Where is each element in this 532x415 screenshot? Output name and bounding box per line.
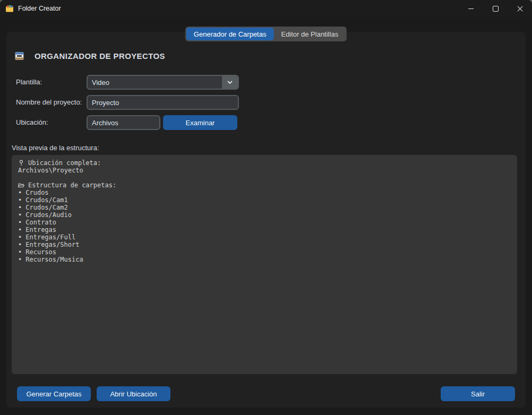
tab-editor-de-plantillas[interactable]: Editor de Plantillas (273, 28, 346, 40)
bullet: • (18, 196, 22, 204)
location-input[interactable] (88, 119, 159, 127)
folder-line: •Contrato (18, 219, 511, 226)
folder-line: •Crudos/Cam1 (18, 196, 511, 204)
bullet: • (18, 241, 22, 248)
project-name-label: Nombre del proyecto: (16, 98, 82, 107)
folder-line: •Crudos (18, 189, 511, 196)
project-name-input[interactable] (88, 99, 238, 107)
window-title: Folder Creator (18, 5, 61, 12)
minimize-button[interactable] (459, 0, 483, 17)
folder-line: •Entregas/Short (18, 241, 511, 248)
folder-line: •Recursos/Musica (18, 256, 511, 263)
folder-name: Recursos (25, 248, 56, 256)
template-label: Plantilla: (16, 78, 42, 87)
project-name-field-wrap (87, 95, 239, 110)
window-controls (459, 0, 532, 17)
tab-generador-de-carpetas[interactable]: Generador de Carpetas (186, 28, 274, 40)
bullet: • (18, 234, 22, 241)
folder-name: Crudos/Cam1 (25, 196, 67, 204)
structure-preview-textbox[interactable]: Ubicación completa: Archivos\Proyecto Es… (12, 155, 517, 374)
bullet: • (18, 189, 22, 196)
generate-folders-button[interactable]: Generar Carpetas (17, 386, 91, 401)
folder-line: •Recursos (18, 248, 511, 256)
folder-name: Entregas (25, 226, 56, 234)
folder-line: •Entregas (18, 226, 511, 234)
folder-name: Entregas/Short (25, 241, 79, 248)
organizer-box-icon (15, 51, 24, 60)
pin-icon (18, 160, 24, 166)
folder-name: Crudos/Audio (25, 211, 72, 219)
preview-location-header-text: Ubicación completa: (28, 159, 101, 167)
preview-label: Vista previa de la estructura: (12, 144, 99, 152)
browse-button[interactable]: Examinar (163, 115, 237, 130)
section-header: ORGANIZADOR DE PROYECTOS (15, 51, 165, 60)
preview-location-path: Archivos\Proyecto (18, 167, 511, 174)
bullet: • (18, 211, 22, 219)
preview-structure-header: Estructura de carpetas: (18, 181, 511, 189)
folder-app-icon (5, 4, 14, 13)
exit-button[interactable]: Salir (441, 386, 515, 401)
folder-name: Recursos/Musica (25, 256, 83, 263)
maximize-icon (493, 6, 499, 12)
folder-name: Entregas/Full (25, 234, 75, 241)
close-button[interactable] (508, 0, 532, 17)
preview-blank-line (18, 174, 511, 181)
page-title: ORGANIZADOR DE PROYECTOS (35, 51, 165, 60)
template-combobox[interactable]: Video (87, 75, 239, 90)
template-selected-value: Video (88, 79, 222, 87)
bullet: • (18, 226, 22, 234)
tab-bar: Generador de Carpetas Editor de Plantill… (185, 27, 347, 41)
folder-line: •Crudos/Audio (18, 211, 511, 219)
app-window: Folder Creator Generador de Carpetas Edi… (0, 0, 532, 415)
bullet: • (18, 248, 22, 256)
close-icon (517, 6, 522, 11)
folder-line: •Crudos/Cam2 (18, 204, 511, 211)
open-location-button[interactable]: Abrir Ubicación (97, 386, 170, 401)
combobox-dropdown-button[interactable] (222, 76, 238, 89)
folder-line: •Entregas/Full (18, 234, 511, 241)
bullet: • (18, 256, 22, 263)
folder-name: Crudos (25, 189, 48, 196)
folder-name: Contrato (25, 219, 56, 226)
open-folder-icon (18, 182, 24, 188)
folder-name: Crudos/Cam2 (25, 204, 67, 211)
location-label: Ubicación: (16, 118, 48, 127)
preview-location-header: Ubicación completa: (18, 159, 511, 167)
titlebar: Folder Creator (0, 0, 532, 17)
preview-structure-header-text: Estructura de carpetas: (28, 181, 116, 189)
bullet: • (18, 204, 22, 211)
minimize-icon (468, 8, 474, 9)
bullet: • (18, 219, 22, 226)
chevron-down-icon (227, 79, 233, 85)
location-field-wrap (87, 115, 160, 130)
maximize-button[interactable] (483, 0, 508, 17)
